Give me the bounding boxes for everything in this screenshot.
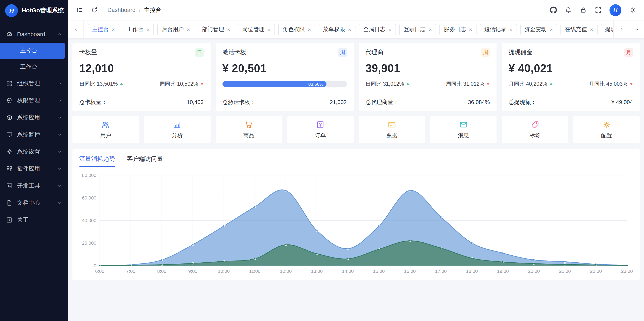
shortcut-config[interactable]: 配置	[573, 116, 640, 143]
github-icon[interactable]	[550, 6, 557, 14]
close-icon[interactable]: ×	[146, 27, 150, 32]
gear-icon[interactable]	[629, 6, 636, 14]
sidebar-item-permission[interactable]: 权限管理	[0, 92, 68, 109]
chart-tab-traffic-trend[interactable]: 流量消耗趋势	[79, 155, 115, 167]
sidebar-item-system-monitor[interactable]: 系统监控	[0, 126, 68, 143]
stat-value: 12,010	[79, 62, 204, 75]
fullscreen-icon[interactable]	[594, 6, 602, 14]
tab-label: 后台用户	[162, 26, 184, 33]
tab-label: 登录日志	[404, 26, 426, 33]
breadcrumb: Dashboard / 主控台	[108, 6, 161, 14]
stat-value: ¥ 20,501	[222, 62, 347, 75]
chevron-down-icon	[57, 200, 62, 206]
stat-footer-value: 10,403	[187, 99, 204, 105]
svg-text:7:00: 7:00	[126, 268, 135, 274]
tab-departments[interactable]: 部门管理×	[198, 24, 235, 35]
shortcut-orders[interactable]: 订单	[287, 116, 354, 143]
tabs-scroll-right-icon[interactable]	[613, 20, 629, 38]
tab-service-log[interactable]: 服务日志×	[440, 24, 476, 35]
chart-tab-client-visits[interactable]: 客户端访问量	[127, 155, 163, 167]
tab-admin-users[interactable]: 后台用户×	[157, 24, 194, 35]
sidebar-item-label: 插件应用	[17, 165, 53, 173]
tabs-scroll-left-icon[interactable]	[68, 20, 84, 38]
close-icon[interactable]: ×	[550, 27, 553, 32]
tab-label: 服务日志	[444, 26, 466, 33]
stat-title: 卡板量	[79, 48, 97, 56]
tab-withdraw[interactable]: 提现管理×	[601, 24, 613, 35]
stat-title: 激活卡板	[222, 48, 246, 56]
svg-text:14:00: 14:00	[342, 268, 354, 274]
close-icon[interactable]: ×	[268, 27, 271, 32]
sidebar-item-console[interactable]: 主控台	[0, 43, 65, 59]
bell-icon[interactable]	[565, 6, 572, 14]
close-icon[interactable]: ×	[187, 27, 190, 32]
shortcut-messages[interactable]: 消息	[430, 116, 497, 143]
shortcut-label: 分析	[172, 132, 183, 139]
tab-global-log[interactable]: 全局日志×	[359, 24, 396, 35]
plugin-icon	[6, 166, 13, 172]
sidebar-menu: Dashboard主控台工作台组织管理权限管理系统应用系统监控系统设置插件应用开…	[0, 21, 68, 321]
sidebar-item-plugins[interactable]: 插件应用	[0, 160, 68, 177]
tab-funds[interactable]: 资金变动×	[520, 24, 557, 35]
tab-label: 全局日志	[363, 26, 385, 33]
stats-row: 卡板量 日 12,010 日同比 13,501% 周同比 10,502% 总卡板…	[72, 43, 640, 111]
tab-menus[interactable]: 菜单权限×	[318, 24, 356, 35]
sidebar-item-organization[interactable]: 组织管理	[0, 75, 68, 92]
chevron-down-icon	[57, 81, 62, 86]
shortcut-analysis[interactable]: 分析	[144, 116, 210, 143]
main-area: Dashboard / 主控台 H 主控台×工作台×后台用户×部门管理×岗位管理…	[68, 0, 644, 321]
shield-icon	[6, 97, 13, 104]
svg-text:20,000: 20,000	[82, 240, 96, 246]
shortcut-tags[interactable]: 标签	[502, 116, 568, 143]
trend-right: 月同比 45,003%	[589, 80, 633, 88]
shortcut-label: 票据	[386, 132, 398, 139]
close-icon[interactable]: ×	[112, 27, 115, 32]
tab-console[interactable]: 主控台×	[88, 24, 119, 35]
sidebar-item-system-settings[interactable]: 系统设置	[0, 143, 68, 160]
tab-recharge[interactable]: 在线充值×	[560, 24, 597, 35]
tab-workbench[interactable]: 工作台×	[122, 24, 154, 35]
bar-chart-icon	[173, 120, 182, 129]
shortcut-label: 订单	[315, 132, 326, 139]
shortcut-goods[interactable]: 商品	[216, 116, 282, 143]
tab-roles[interactable]: 角色权限×	[278, 24, 315, 35]
close-icon[interactable]: ×	[348, 27, 351, 32]
tab-login-log[interactable]: 登录日志×	[399, 24, 436, 35]
tab-sms-log[interactable]: 短信记录×	[480, 24, 517, 35]
stat-footer-label: 总卡板量：	[79, 98, 107, 106]
sidebar-item-about[interactable]: 关于	[0, 212, 68, 228]
traffic-trend-chart: 020,00040,00060,00080,0006:007:008:009:0…	[79, 171, 633, 277]
users-icon	[101, 120, 110, 129]
sidebar-item-workbench[interactable]: 工作台	[0, 59, 68, 75]
app-logo[interactable]: H HotGo管理系统	[0, 0, 68, 21]
svg-text:6:00: 6:00	[95, 268, 104, 274]
trend-right: 周同比 10,502%	[160, 80, 204, 88]
tab-positions[interactable]: 岗位管理×	[238, 24, 275, 35]
shortcut-users[interactable]: 用户	[72, 116, 139, 143]
close-icon[interactable]: ×	[509, 27, 512, 32]
svg-text:20:00: 20:00	[528, 268, 540, 274]
breadcrumb-root[interactable]: Dashboard	[108, 7, 136, 13]
close-icon[interactable]: ×	[388, 27, 392, 32]
progress-label: 83.66%	[308, 82, 323, 86]
dashboard-icon	[6, 31, 13, 38]
lock-icon[interactable]	[580, 6, 587, 14]
close-icon[interactable]: ×	[227, 27, 230, 32]
close-icon[interactable]: ×	[308, 27, 311, 32]
trend-left: 日同比 13,501%	[79, 80, 124, 88]
close-icon[interactable]: ×	[429, 27, 432, 32]
svg-text:8:00: 8:00	[157, 268, 166, 274]
sidebar-item-docs[interactable]: 文档中心	[0, 194, 68, 212]
shortcut-invoices[interactable]: 票据	[359, 116, 425, 143]
tab-label: 提现管理	[605, 26, 613, 33]
sidebar-item-dashboard[interactable]: Dashboard	[0, 26, 68, 43]
close-icon[interactable]: ×	[590, 27, 593, 32]
sidebar-item-devtools[interactable]: 开发工具	[0, 177, 68, 194]
svg-text:22:00: 22:00	[590, 268, 602, 274]
avatar[interactable]: H	[610, 4, 622, 16]
refresh-icon[interactable]	[91, 6, 98, 14]
sidebar-item-system-apps[interactable]: 系统应用	[0, 109, 68, 126]
tabs-dropdown-icon[interactable]	[629, 20, 644, 38]
menu-fold-icon[interactable]	[76, 6, 83, 14]
close-icon[interactable]: ×	[469, 27, 472, 32]
